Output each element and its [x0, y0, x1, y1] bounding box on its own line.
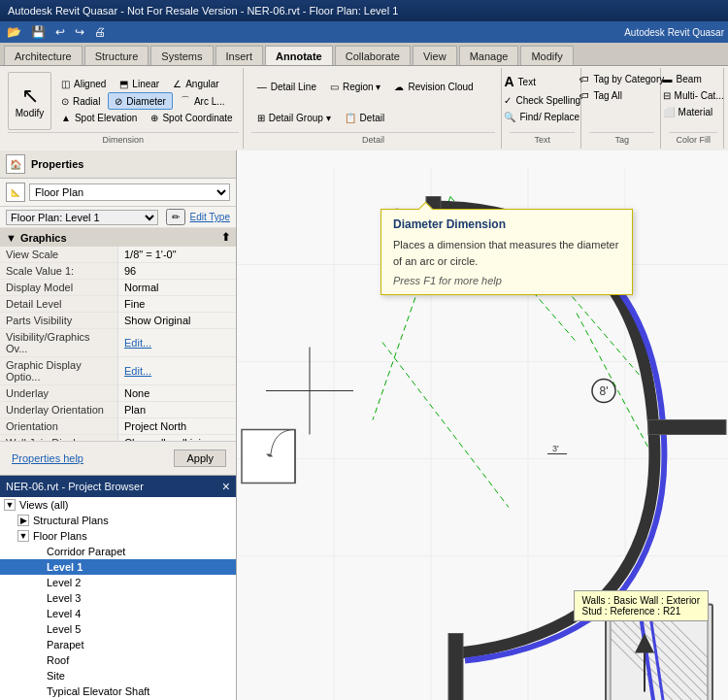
- detail-button[interactable]: 📋 Detail: [339, 103, 391, 132]
- svg-rect-16: [448, 634, 463, 701]
- props-row: Visibility/Graphics Ov...Edit...: [0, 329, 236, 357]
- pb-item[interactable]: Level 4: [0, 606, 236, 621]
- spot-coordinate-button[interactable]: ⊕ Spot Coordinate: [145, 111, 238, 125]
- pb-item[interactable]: Level 1: [0, 559, 236, 575]
- tab-annotate[interactable]: Annotate: [265, 46, 333, 65]
- pb-item[interactable]: Level 3: [0, 590, 236, 606]
- material-button[interactable]: ⬜ Material: [657, 105, 728, 119]
- angular-button[interactable]: ∠ Angular: [167, 77, 224, 91]
- pb-item-label: Site: [45, 670, 65, 682]
- pb-item[interactable]: Site: [0, 668, 236, 683]
- detail-icon: 📋: [345, 113, 356, 123]
- main-layout: 🏠 Properties 📐 Floor Plan Floor Plan: Le…: [0, 150, 728, 700]
- revision-cloud-button[interactable]: ☁ Revision Cloud: [388, 72, 479, 101]
- tree-toggle[interactable]: ▼: [17, 530, 29, 542]
- props-row: View Scale1/8" = 1'-0": [0, 247, 236, 263]
- props-row-label: Graphic Display Optio...: [0, 357, 118, 385]
- qa-open-btn[interactable]: 📂: [4, 24, 24, 40]
- tag-all-button[interactable]: 🏷 Tag All: [574, 88, 670, 103]
- edit-type-label[interactable]: Edit Type: [189, 212, 230, 222]
- tab-manage[interactable]: Manage: [459, 46, 519, 65]
- beam-button[interactable]: ▬ Beam: [657, 72, 728, 86]
- spot-elevation-button[interactable]: ▲ Spot Elevation: [55, 111, 143, 125]
- material-icon: ⬜: [663, 107, 675, 117]
- aligned-icon: ◫: [61, 79, 70, 89]
- props-row-value[interactable]: Edit...: [118, 329, 237, 357]
- tab-insert[interactable]: Insert: [215, 46, 264, 65]
- detail-line-button[interactable]: — Detail Line: [251, 72, 322, 101]
- modify-icon: ↖: [18, 84, 42, 108]
- tree-toggle[interactable]: ▼: [4, 499, 16, 511]
- quick-access-toolbar: 📂 💾 ↩ ↪ 🖨 Autodesk Revit Quasar: [0, 21, 728, 43]
- props-row-value[interactable]: Edit...: [118, 357, 237, 385]
- pb-item[interactable]: Level 2: [0, 575, 236, 590]
- pb-item[interactable]: ▶Structural Plans: [0, 513, 236, 528]
- pb-item-label: Level 2: [45, 577, 81, 588]
- tree-toggle[interactable]: ▶: [17, 515, 29, 526]
- props-row-label: Parts Visibility: [0, 313, 118, 329]
- multi-cat-icon: ⊟: [663, 90, 671, 101]
- tag-all-icon: 🏷: [579, 90, 589, 101]
- tab-structure[interactable]: Structure: [84, 46, 149, 65]
- pb-item[interactable]: ▼Views (all): [0, 497, 236, 513]
- tag-category-button[interactable]: 🏷 Tag by Category: [574, 72, 670, 86]
- tab-view[interactable]: View: [413, 46, 457, 65]
- modify-label: Modify: [16, 108, 44, 118]
- graphics-section-header[interactable]: ▼ Graphics ⬆: [0, 228, 236, 247]
- app-title: Autodesk Revit Quasar: [624, 27, 724, 38]
- dimension-group: ↖ Modify ◫ Aligned ⬒ Linear ∠ Angul: [4, 68, 244, 149]
- tab-collaborate[interactable]: Collaborate: [335, 46, 411, 65]
- text-label: Text: [518, 77, 536, 87]
- project-browser-close[interactable]: ×: [222, 479, 230, 494]
- qa-print-btn[interactable]: 🖨: [91, 24, 109, 40]
- tag-all-label: Tag All: [593, 90, 621, 101]
- pb-item-label: Structural Plans: [31, 515, 109, 526]
- find-replace-icon: 🔍: [504, 112, 515, 122]
- pb-item[interactable]: Roof: [0, 652, 236, 668]
- props-row: UnderlayNone: [0, 385, 236, 402]
- arc-length-button[interactable]: ⌒ Arc L...: [175, 92, 231, 110]
- qa-redo-btn[interactable]: ↪: [72, 24, 87, 40]
- qa-save-btn[interactable]: 💾: [28, 24, 49, 40]
- spot-elev-icon: ▲: [61, 113, 71, 123]
- modify-button[interactable]: ↖ Modify: [8, 72, 51, 130]
- ribbon-content: ↖ Modify ◫ Aligned ⬒ Linear ∠ Angul: [0, 66, 728, 150]
- pb-item-label: Floor Plans: [31, 530, 87, 542]
- qa-undo-btn[interactable]: ↩: [52, 24, 68, 40]
- title-text: Autodesk Revit Quasar - Not For Resale V…: [8, 5, 398, 17]
- props-row: Scale Value 1:96: [0, 263, 236, 280]
- pb-item[interactable]: Level 5: [0, 621, 236, 637]
- region-button[interactable]: ▭ Region ▾: [324, 72, 386, 101]
- multi-cat-button[interactable]: ⊟ Multi- Cat...: [657, 88, 728, 103]
- props-row: Underlay OrientationPlan: [0, 402, 236, 418]
- pb-item[interactable]: Parapet: [0, 637, 236, 652]
- wall-tooltip: Walls : Basic Wall : Exterior Stud : Ref…: [574, 590, 710, 621]
- pb-item[interactable]: Corridor Parapet: [0, 544, 236, 559]
- apply-button[interactable]: Apply: [174, 450, 226, 467]
- linear-icon: ⬒: [119, 79, 128, 89]
- view-type-dropdown[interactable]: Floor Plan: [29, 183, 230, 201]
- tooltip-popup: Diameter Dimension Places a dimension th…: [381, 209, 633, 295]
- aligned-button[interactable]: ◫ Aligned: [55, 77, 112, 91]
- pb-item[interactable]: Typical Elevator Shaft: [0, 683, 236, 699]
- project-browser-title: NER-06.rvt - Project Browser: [6, 481, 144, 492]
- radial-button[interactable]: ⊙ Radial: [55, 92, 106, 110]
- edit-type-button[interactable]: ✏: [166, 209, 185, 225]
- revision-cloud-label: Revision Cloud: [408, 82, 473, 92]
- tab-systems[interactable]: Systems: [150, 46, 213, 65]
- pb-item[interactable]: ▼Floor Plans: [0, 528, 236, 544]
- view-instance-dropdown[interactable]: Floor Plan: Level 1: [6, 210, 158, 225]
- beam-icon: ▬: [663, 74, 673, 84]
- material-label: Material: [678, 107, 713, 117]
- detail-group-button[interactable]: ⊞ Detail Group ▾: [251, 103, 337, 132]
- tab-architecture[interactable]: Architecture: [4, 46, 83, 65]
- canvas-area[interactable]: Diameter Dimension Places a dimension th…: [237, 150, 728, 700]
- tab-modify[interactable]: Modify: [520, 46, 573, 65]
- properties-help-link[interactable]: Properties help: [6, 449, 89, 468]
- diameter-button[interactable]: ⊘ Diameter: [108, 92, 173, 110]
- props-row-label: Visibility/Graphics Ov...: [0, 329, 118, 357]
- aligned-label: Aligned: [74, 79, 106, 89]
- diameter-label: Diameter: [126, 96, 166, 107]
- linear-button[interactable]: ⬒ Linear: [114, 77, 165, 91]
- left-panel: 🏠 Properties 📐 Floor Plan Floor Plan: Le…: [0, 150, 237, 700]
